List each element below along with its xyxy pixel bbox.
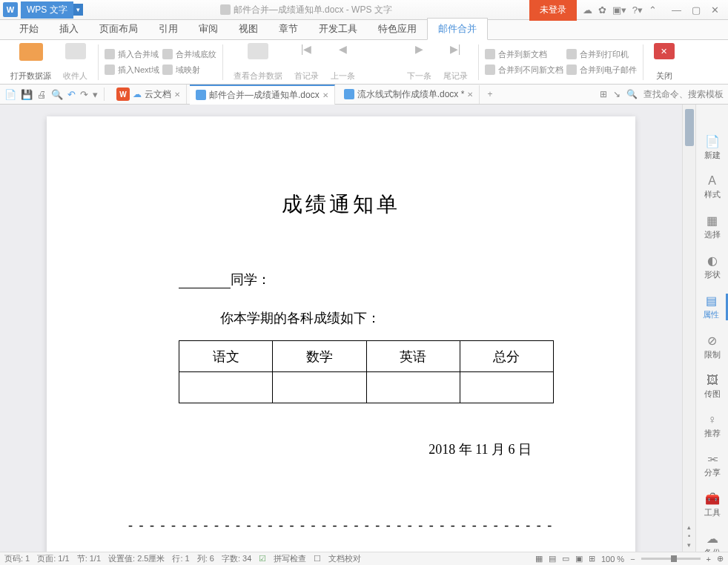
merge-email-button[interactable]: 合并到电子邮件 (566, 65, 637, 76)
doc-check-indicator[interactable]: ☐ (314, 554, 321, 564)
fit-icon[interactable]: ⊕ (717, 554, 724, 564)
header-cell[interactable]: 语文 (179, 341, 273, 372)
login-button[interactable]: 未登录 (529, 0, 577, 21)
insert-next-button[interactable]: 插入Next域 (105, 65, 159, 76)
undo-icon[interactable]: ↶ (67, 89, 76, 100)
score-table[interactable]: 语文 数学 英语 总分 (179, 340, 554, 403)
tab-references[interactable]: 引用 (148, 19, 188, 39)
qat-more-icon[interactable]: ▾ (93, 89, 98, 100)
add-tab-icon[interactable]: + (483, 89, 497, 99)
zoom-value[interactable]: 100 % (601, 555, 624, 564)
table-data-row[interactable] (179, 372, 554, 403)
data-cell[interactable] (179, 372, 273, 403)
document-title[interactable]: 成绩通知单 (128, 191, 554, 219)
doc-tab-1[interactable]: 邮件合并—成绩通知单.docx ✕ (190, 85, 335, 105)
tab-developer[interactable]: 开发工具 (308, 19, 368, 39)
skin-icon[interactable]: ▣▾ (612, 4, 626, 16)
status-line[interactable]: 行: 1 (172, 553, 189, 564)
field-mapping-button[interactable]: 域映射 (162, 65, 216, 76)
tab-list-icon[interactable]: ⊞ (600, 89, 607, 99)
settings-icon[interactable]: ✿ (598, 4, 606, 16)
dashed-separator[interactable]: - - - - - - - - - - - - - - - - - - - - … (128, 518, 554, 533)
ribbon-toggle-icon[interactable]: ⌃ (649, 4, 657, 16)
tab-close-icon[interactable]: ✕ (467, 90, 473, 99)
next-record-button[interactable]: ▶ 下一条 (403, 43, 436, 82)
tab-page-layout[interactable]: 页面布局 (89, 19, 148, 39)
tab-close-icon[interactable]: ✕ (174, 90, 180, 99)
status-section[interactable]: 节: 1/1 (77, 553, 101, 564)
view-mode-2-icon[interactable]: ▤ (549, 554, 556, 564)
tab-chapter[interactable]: 章节 (268, 19, 308, 39)
tab-mail-merge[interactable]: 邮件合并 (427, 18, 488, 40)
vertical-scrollbar[interactable]: ▴ • ▾ (682, 105, 695, 552)
app-dropdown-icon[interactable]: ▾ (73, 4, 83, 16)
print-icon[interactable]: 🖨 (37, 89, 47, 100)
sidebar-recommend[interactable]: ♀推荐 (704, 413, 721, 439)
sidebar-image[interactable]: 🖼传图 (704, 374, 721, 400)
last-record-button[interactable]: ▶| 尾记录 (439, 43, 472, 82)
open-data-source-button[interactable]: 打开数据源 (6, 43, 56, 82)
cloud-icon[interactable]: ☁ (583, 4, 592, 16)
scrollbar-thumb[interactable] (685, 109, 694, 146)
scroll-down-icon[interactable]: ▾ (687, 541, 691, 549)
insert-merge-field-button[interactable]: 插入合并域 (105, 49, 159, 60)
zoom-in-icon[interactable]: + (707, 555, 711, 564)
sidebar-style[interactable]: A样式 (704, 174, 721, 200)
zoom-thumb[interactable] (671, 555, 677, 562)
sidebar-new[interactable]: 📄新建 (704, 134, 721, 161)
date-line[interactable]: 2018 年 11 月 6 日 (128, 440, 532, 458)
tab-review[interactable]: 审阅 (188, 19, 228, 39)
collapse-icon[interactable]: ↘ (613, 89, 621, 99)
status-char-count[interactable]: 字数: 34 (222, 553, 251, 564)
zoom-out-icon[interactable]: − (630, 555, 635, 564)
tab-insert[interactable]: 插入 (49, 19, 89, 39)
view-merge-data-button[interactable]: 查看合并数据 (229, 43, 287, 82)
table-header-row[interactable]: 语文 数学 英语 总分 (179, 341, 554, 372)
sidebar-properties[interactable]: ▤属性 (696, 294, 728, 320)
tab-view[interactable]: 视图 (228, 19, 268, 39)
close-merge-button[interactable]: 关闭 (649, 43, 679, 82)
scroll-up-icon[interactable]: ▴ (687, 523, 691, 531)
sidebar-select[interactable]: ▦选择 (704, 214, 721, 240)
doc-tab-2[interactable]: 流水线式制作成绩单.docx * ✕ (338, 85, 480, 104)
merge-new-doc-button[interactable]: 合并到新文档 (485, 49, 563, 60)
first-record-button[interactable]: |◀ 首记录 (290, 43, 323, 82)
sidebar-tools[interactable]: 🧰工具 (704, 492, 721, 518)
view-mode-3-icon[interactable]: ▭ (562, 554, 569, 564)
tab-special[interactable]: 特色应用 (368, 19, 427, 39)
sidebar-share[interactable]: ⫘分享 (704, 452, 721, 478)
search-icon[interactable]: 🔍 (626, 89, 638, 99)
save-icon[interactable]: 💾 (21, 89, 33, 100)
sidebar-shape[interactable]: ◐形状 (704, 254, 721, 280)
cloud-doc-tab[interactable]: ☁ 云文档 ✕ (110, 85, 187, 104)
view-mode-5-icon[interactable]: ⊞ (589, 554, 595, 564)
redo-icon[interactable]: ↷ (80, 89, 88, 100)
header-cell[interactable]: 英语 (366, 341, 460, 372)
page[interactable]: 成绩通知单 同学： 你本学期的各科成绩如下： 语文 数学 英语 总分 2018 … (47, 116, 635, 552)
data-cell[interactable] (273, 372, 366, 403)
maximize-icon[interactable]: ▢ (692, 4, 701, 16)
minimize-icon[interactable]: — (672, 4, 681, 16)
new-file-icon[interactable]: 📄 (4, 89, 16, 100)
data-cell[interactable] (460, 372, 553, 403)
status-column[interactable]: 列: 6 (197, 553, 214, 564)
search-text[interactable]: 查找命令、搜索模板 (643, 88, 724, 101)
help-icon[interactable]: ?▾ (632, 4, 643, 16)
header-cell[interactable]: 数学 (273, 341, 366, 372)
close-icon[interactable]: ✕ (711, 4, 719, 16)
merge-diff-doc-button[interactable]: 合并到不同新文档 (485, 65, 563, 76)
sidebar-restrict[interactable]: ⊘限制 (704, 334, 721, 360)
zoom-slider[interactable] (641, 558, 701, 560)
data-cell[interactable] (366, 372, 460, 403)
recipients-button[interactable]: 收件人 (59, 43, 92, 82)
field-shading-button[interactable]: 合并域底纹 (162, 49, 216, 60)
header-cell[interactable]: 总分 (460, 341, 553, 372)
tab-close-icon[interactable]: ✕ (322, 91, 328, 99)
scroll-marker-icon[interactable]: • (688, 532, 690, 540)
spell-check-indicator[interactable]: ☑ (259, 554, 266, 564)
document-viewport[interactable]: ▤▾ 成绩通知单 同学： 你本学期的各科成绩如下： 语文 数学 英语 总分 (0, 105, 682, 552)
intro-line[interactable]: 你本学期的各科成绩如下： (220, 309, 554, 327)
view-mode-4-icon[interactable]: ▣ (575, 554, 583, 564)
print-preview-icon[interactable]: 🔍 (51, 89, 63, 100)
status-page-count[interactable]: 页面: 1/1 (37, 553, 69, 564)
